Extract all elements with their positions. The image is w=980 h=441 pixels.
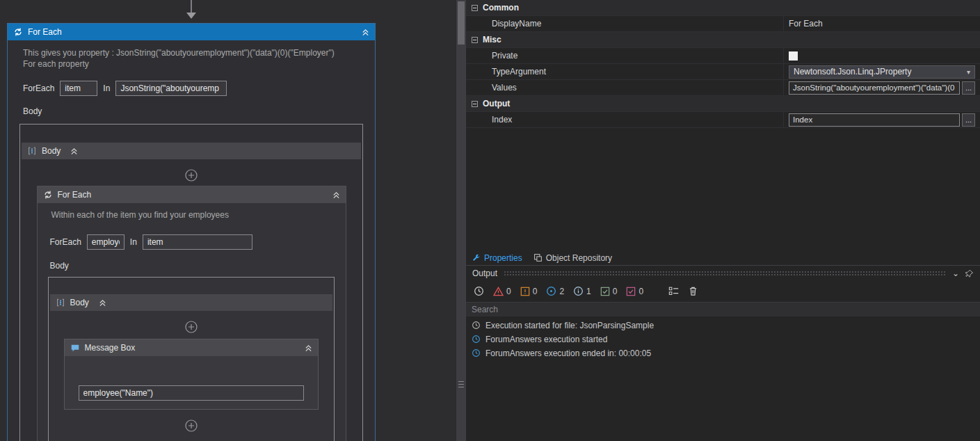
- property-row-index[interactable]: Index ...: [466, 112, 980, 128]
- log-row[interactable]: ForumAnswers execution started: [466, 332, 980, 346]
- collapse-chevron-icon[interactable]: [362, 29, 369, 36]
- pin-icon[interactable]: [965, 269, 974, 278]
- output-panel-header[interactable]: Output ⌄: [466, 265, 980, 281]
- app-window: For Each This gives you property : JsonS…: [0, 0, 980, 441]
- view-options-icon[interactable]: [668, 286, 680, 296]
- log-clock-icon: [472, 348, 481, 358]
- scrollbar-grip-icon: [458, 381, 464, 387]
- log-clock-icon: [472, 335, 481, 344]
- foreach-loop-icon: [13, 27, 23, 37]
- output-toolbar: 0 0 2 1: [466, 281, 980, 303]
- aborted-check-icon: [626, 287, 636, 296]
- activity-foreach-outer-header[interactable]: For Each: [8, 24, 375, 40]
- info-circle-icon: [573, 286, 584, 296]
- sequence-body-header-outer[interactable]: Body: [22, 143, 361, 159]
- output-log-list: Execution started for file: JsonParsingS…: [466, 316, 980, 441]
- success-check-icon: [600, 287, 610, 296]
- property-row-displayname[interactable]: DisplayName For Each: [466, 16, 980, 32]
- sequence-icon: [56, 298, 65, 307]
- property-category-misc[interactable]: Misc: [466, 32, 980, 48]
- foreach-collection-input[interactable]: [143, 234, 252, 250]
- index-ellipsis-button[interactable]: ...: [962, 113, 975, 127]
- tab-properties[interactable]: Properties: [472, 253, 522, 263]
- foreach-item-input[interactable]: [87, 234, 124, 250]
- activity-title: For Each: [58, 190, 92, 200]
- tab-object-repository[interactable]: Object Repository: [533, 253, 612, 263]
- foreach-collection-input[interactable]: [115, 81, 227, 96]
- activity-message-box[interactable]: Message Box: [64, 339, 319, 410]
- sequence-title: Body: [42, 146, 61, 156]
- workflow-designer-canvas[interactable]: For Each This gives you property : JsonS…: [0, 0, 456, 441]
- message-box-icon: [70, 343, 80, 353]
- clear-output-trash-button[interactable]: [689, 286, 698, 296]
- in-label: In: [130, 237, 137, 247]
- message-box-header[interactable]: Message Box: [65, 339, 318, 356]
- add-activity-button[interactable]: [185, 419, 198, 432]
- chevron-down-icon[interactable]: ⌄: [952, 268, 959, 278]
- activity-foreach-inner-header[interactable]: For Each: [38, 186, 346, 203]
- index-input[interactable]: [789, 113, 960, 127]
- sequence-icon: [27, 146, 37, 156]
- collapse-expander-icon[interactable]: [472, 101, 478, 107]
- collapse-chevron-icon[interactable]: [332, 191, 340, 199]
- private-checkbox[interactable]: [789, 51, 798, 61]
- filter-trace-button[interactable]: 2: [546, 286, 564, 296]
- foreach-label: ForEach: [23, 83, 54, 93]
- activity-foreach-inner[interactable]: For Each Within each of the item you fin…: [37, 186, 346, 441]
- warning-square-icon: [520, 287, 530, 296]
- object-repository-icon: [533, 253, 543, 262]
- filter-errors-button[interactable]: 0: [493, 287, 511, 296]
- values-ellipsis-button[interactable]: ...: [962, 81, 975, 95]
- typeargument-dropdown[interactable]: Newtonsoft.Json.Linq.JProperty ▾: [789, 65, 975, 79]
- timestamps-clock-button[interactable]: [474, 286, 484, 296]
- property-category-common[interactable]: Common: [466, 0, 980, 16]
- foreach-label: ForEach: [50, 237, 81, 247]
- sequence-container-inner[interactable]: Body: [48, 277, 335, 441]
- filter-info-button[interactable]: 1: [573, 286, 591, 296]
- collapse-expander-icon[interactable]: [472, 37, 478, 43]
- foreach-loop-icon: [43, 190, 53, 200]
- add-activity-button[interactable]: [185, 169, 198, 182]
- log-row[interactable]: Execution started for file: JsonParsingS…: [466, 319, 980, 332]
- filter-warnings-button[interactable]: 0: [520, 287, 538, 296]
- sequence-title: Body: [70, 298, 89, 307]
- error-triangle-icon: [493, 287, 504, 296]
- connector-arrow-icon: [186, 13, 196, 19]
- filter-aborted-button[interactable]: 0: [626, 287, 643, 296]
- output-search-input[interactable]: [466, 303, 980, 316]
- values-input[interactable]: [789, 81, 960, 95]
- log-row[interactable]: ForumAnswers execution ended in: 00:00:0…: [466, 346, 980, 360]
- body-label: Body: [23, 106, 375, 116]
- designer-vertical-scrollbar[interactable]: [456, 0, 465, 441]
- add-activity-button[interactable]: [185, 321, 198, 333]
- activity-foreach-outer[interactable]: For Each This gives you property : JsonS…: [7, 23, 376, 441]
- collapse-chevron-icon[interactable]: [99, 299, 106, 307]
- collapse-expander-icon[interactable]: [472, 5, 478, 11]
- scrollbar-thumb[interactable]: [458, 1, 465, 45]
- collapse-chevron-icon[interactable]: [305, 344, 312, 352]
- foreach-expression-row: ForEach In: [50, 234, 346, 250]
- output-panel-title: Output: [472, 268, 497, 278]
- log-clock-icon: [472, 321, 481, 330]
- property-category-output[interactable]: Output: [466, 96, 980, 112]
- right-panel: Common DisplayName For Each Misc Private…: [465, 0, 980, 441]
- property-row-private[interactable]: Private: [466, 48, 980, 64]
- message-box-text-input[interactable]: [79, 385, 304, 401]
- chevron-down-icon: ▾: [967, 68, 970, 76]
- sequence-body-header-inner[interactable]: Body: [50, 294, 332, 311]
- sequence-container-outer[interactable]: Body: [19, 124, 363, 441]
- output-search-row: [466, 303, 980, 316]
- panel-drag-dots: [504, 271, 946, 275]
- properties-empty-area: [466, 128, 980, 251]
- collapse-chevron-icon[interactable]: [70, 147, 78, 155]
- activity-title: For Each: [28, 27, 62, 37]
- foreach-item-input[interactable]: [60, 81, 97, 96]
- filter-success-button[interactable]: 0: [600, 287, 618, 296]
- in-label: In: [103, 83, 110, 93]
- property-row-typeargument[interactable]: TypeArgument Newtonsoft.Json.Linq.JPrope…: [466, 64, 980, 80]
- connector-line: [191, 0, 192, 13]
- panel-tab-bar: Properties Object Repository: [466, 251, 980, 265]
- displayname-value[interactable]: For Each: [789, 19, 823, 29]
- property-row-values[interactable]: Values ...: [466, 80, 980, 96]
- activity-annotation: Within each of the item you find your em…: [51, 209, 346, 220]
